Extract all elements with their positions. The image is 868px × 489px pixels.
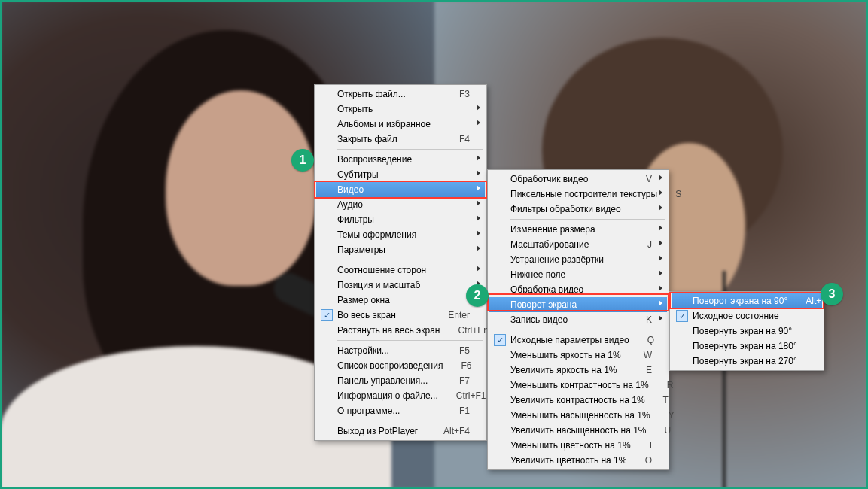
menu-item[interactable]: Пиксельные построители текстурыS (489, 187, 667, 202)
menu-item[interactable]: Темы оформления (316, 227, 485, 242)
menu-item[interactable]: Панель управления...F7 (316, 373, 485, 388)
chevron-right-icon (477, 215, 480, 221)
menu-item[interactable]: Уменьшить яркость на 1%W (489, 348, 667, 363)
menu-item-label: Запись видео (510, 314, 628, 325)
chevron-right-icon (477, 120, 480, 126)
annotation-badge-3: 3 (821, 283, 843, 305)
menu-item-accelerator: Alt+F4 (443, 426, 470, 436)
menu-item[interactable]: Увеличить контрастность на 1%T (489, 393, 667, 408)
menu-item[interactable]: Увеличить насыщенность на 1%U (489, 423, 667, 438)
menu-item-label: Воспроизведение (337, 154, 470, 165)
menu-item[interactable]: Аудио (316, 197, 485, 212)
menu-item-accelerator: S (675, 189, 681, 199)
menu-item-label: Растянуть на весь экран (337, 325, 440, 336)
menu-item-label: Параметры (337, 244, 470, 255)
chevron-right-icon (477, 230, 480, 236)
chevron-right-icon (659, 300, 662, 306)
menu-item-label: Выход из PotPlayer (337, 426, 425, 436)
menu-item[interactable]: Настройки...F5 (316, 343, 485, 358)
menu-item[interactable]: Увеличить яркость на 1%E (489, 363, 667, 378)
chevron-right-icon (659, 225, 662, 231)
menu-item[interactable]: ✓Во весь экранEnter (316, 308, 485, 323)
menu-item-accelerator: T (663, 395, 669, 405)
menu-item-accelerator: O (645, 455, 652, 466)
menu-item-accelerator: F7 (459, 375, 470, 386)
menu-item[interactable]: Параметры (316, 242, 485, 257)
separator (337, 421, 483, 421)
menu-item[interactable]: Растянуть на весь экранCtrl+Enter (316, 323, 485, 338)
chevron-right-icon (659, 270, 662, 276)
menu-item[interactable]: Размер окна (316, 293, 485, 308)
menu-item-label: Размер окна (337, 295, 470, 305)
menu-item[interactable]: Соотношение сторон (316, 263, 485, 278)
menu-item[interactable]: Поворот экрана (489, 297, 667, 312)
chevron-right-icon (477, 266, 480, 272)
submenu-rotate-screen: Поворот экрана на 90°Alt+K✓Исходное сост… (669, 291, 824, 371)
menu-item[interactable]: Информация о файле...Ctrl+F1 (316, 388, 485, 403)
chevron-right-icon (477, 170, 480, 176)
menu-item[interactable]: Видео (316, 182, 485, 197)
menu-item[interactable]: Повернуть экран на 90° (672, 323, 822, 339)
menu-item[interactable]: Список воспроизведенияF6 (316, 358, 485, 373)
menu-item[interactable]: Увеличить цветность на 1%O (489, 453, 667, 468)
menu-item-label: Уменьшить контрастность на 1% (510, 380, 649, 390)
menu-item-label: Повернуть экран на 270° (693, 356, 807, 366)
menu-item[interactable]: Поворот экрана на 90°Alt+K (672, 293, 822, 308)
menu-item-label: Увеличить цветность на 1% (510, 455, 627, 466)
menu-item[interactable]: Выход из PotPlayerAlt+F4 (316, 424, 485, 439)
menu-item[interactable]: Уменьшить насыщенность на 1%Y (489, 408, 667, 423)
menu-item-label: Альбомы и избранное (337, 119, 470, 129)
menu-item-label: Исходное состояние (693, 311, 807, 321)
menu-item-label: Видео (337, 184, 470, 195)
menu-item-accelerator: F6 (461, 360, 471, 371)
menu-item-label: Исходные параметры видео (510, 335, 629, 345)
menu-item-label: Открыть файл... (337, 89, 441, 99)
menu-item[interactable]: Субтитры (316, 167, 485, 182)
menu-item-label: Субтитры (337, 169, 470, 180)
menu-item[interactable]: Открыть (316, 102, 485, 117)
context-menu-main: Открыть файл...F3ОткрытьАльбомы и избран… (314, 84, 487, 441)
menu-item[interactable]: Повернуть экран на 180° (672, 339, 822, 354)
menu-item[interactable]: Закрыть файлF4 (316, 132, 485, 147)
menu-item[interactable]: Изменение размера (489, 222, 667, 237)
menu-item-accelerator: I (650, 440, 652, 451)
menu-item-label: Соотношение сторон (337, 265, 470, 275)
menu-item-accelerator: V (646, 174, 652, 184)
menu-item[interactable]: ✓Исходные параметры видеоQ (489, 333, 667, 348)
menu-item[interactable]: МасштабированиеJ (489, 237, 667, 252)
menu-item[interactable]: Фильтры обработки видео (489, 202, 667, 217)
check-icon: ✓ (321, 309, 333, 321)
menu-item[interactable]: Устранение развёртки (489, 252, 667, 267)
menu-item[interactable]: Запись видеоK (489, 312, 667, 327)
separator (337, 149, 483, 150)
menu-item[interactable]: Открыть файл...F3 (316, 87, 485, 102)
menu-item[interactable]: Фильтры (316, 212, 485, 227)
menu-item-label: Увеличить контрастность на 1% (510, 395, 645, 405)
menu-item-label: Закрыть файл (337, 134, 441, 144)
separator (510, 330, 665, 330)
menu-item-accelerator: F4 (459, 134, 470, 144)
menu-item[interactable]: Воспроизведение (316, 152, 485, 167)
menu-item[interactable]: ✓Исходное состояние (672, 308, 822, 323)
menu-item-label: Повернуть экран на 90° (693, 326, 807, 336)
chevron-right-icon (659, 175, 662, 181)
chevron-right-icon (477, 200, 480, 206)
menu-item[interactable]: Обработчик видеоV (489, 172, 667, 187)
menu-item[interactable]: Уменьшить контрастность на 1%R (489, 378, 667, 393)
annotation-badge-2: 2 (466, 284, 489, 307)
menu-item[interactable]: Уменьшить цветность на 1%I (489, 438, 667, 453)
menu-item[interactable]: Позиция и масштаб (316, 278, 485, 293)
menu-item[interactable]: Обработка видео (489, 282, 667, 297)
menu-item-label: Настройки... (337, 345, 441, 356)
menu-item-label: Увеличить яркость на 1% (510, 365, 628, 375)
menu-item[interactable]: Нижнее поле (489, 267, 667, 282)
menu-item[interactable]: Повернуть экран на 270° (672, 354, 822, 369)
chevron-right-icon (477, 155, 480, 161)
menu-item-label: Увеличить насыщенность на 1% (510, 425, 647, 436)
menu-item[interactable]: О программе...F1 (316, 403, 485, 418)
menu-item-label: Повернуть экран на 180° (693, 341, 807, 351)
chevron-right-icon (659, 190, 662, 196)
menu-item-label: Уменьшить цветность на 1% (510, 440, 632, 451)
menu-item[interactable]: Альбомы и избранное (316, 117, 485, 132)
chevron-right-icon (477, 105, 480, 111)
